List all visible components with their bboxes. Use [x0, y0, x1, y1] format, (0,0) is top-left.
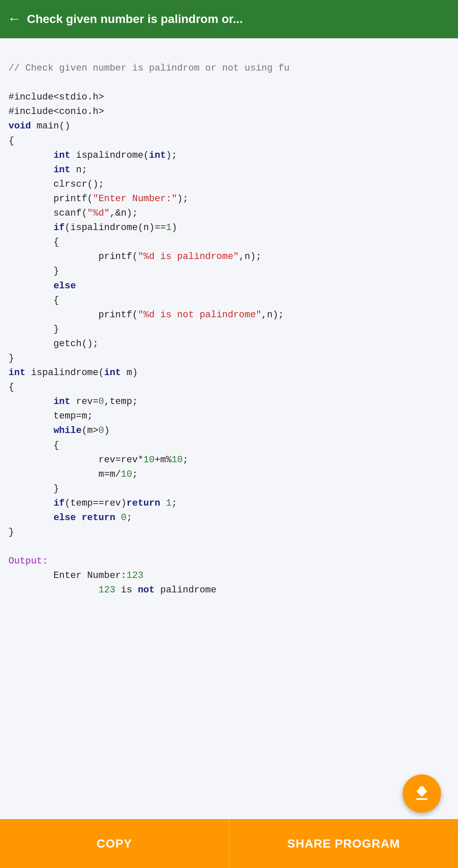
code-line: (m>: [82, 425, 99, 436]
share-label: SHARE PROGRAM: [287, 837, 400, 851]
code-container: // Check given number is palindrom or no…: [0, 38, 458, 868]
code-keyword-int3: int: [54, 165, 71, 175]
code-string4: "%d is not palindrome": [138, 310, 261, 320]
code-line: +m%: [155, 455, 172, 465]
code-line: #include<stdio.h> #include<conio.h>: [9, 92, 104, 117]
bottom-action-bar: COPY SHARE PROGRAM: [0, 819, 458, 868]
code-line: [76, 512, 81, 523]
code-block: // Check given number is palindrom or no…: [9, 47, 449, 612]
share-program-button[interactable]: SHARE PROGRAM: [229, 819, 458, 868]
back-icon[interactable]: ←: [10, 11, 18, 27]
code-line: ispalindrome(: [70, 150, 149, 161]
code-keyword-void: void: [9, 121, 31, 131]
code-line: { printf(: [9, 295, 138, 320]
code-keyword-while: while: [54, 425, 82, 436]
code-line: [115, 512, 121, 523]
code-keyword-if2: if: [54, 498, 65, 509]
page-title: Check given number is palindrom or...: [27, 12, 243, 26]
code-string2: "%d": [87, 208, 110, 219]
code-line: Enter Number:: [9, 570, 126, 581]
code-keyword-return2: return: [82, 512, 115, 523]
code-number5: 10: [172, 455, 183, 465]
code-line: [9, 585, 98, 595]
code-keyword-else1: else: [54, 281, 76, 291]
code-keyword-else2: else: [54, 512, 76, 523]
code-number3: 0: [98, 425, 104, 436]
code-line: palindrome: [155, 585, 216, 595]
code-keyword-return1: return: [126, 498, 160, 509]
code-comment: // Check given number is palindrom or no…: [9, 63, 289, 74]
app-header: ← Check given number is palindrom or...: [0, 0, 458, 38]
code-string3: "%d is palindrome": [138, 251, 239, 262]
code-keyword-if1: if: [54, 222, 65, 233]
code-line: ispalindrome(: [26, 367, 104, 378]
download-fab-button[interactable]: [403, 774, 441, 813]
code-keyword-int5: int: [104, 367, 121, 378]
output-number: 123: [126, 570, 143, 581]
code-number1: 1: [166, 222, 172, 233]
code-number4: 10: [143, 455, 155, 465]
code-line: (temp==rev): [65, 498, 126, 509]
code-line: [160, 498, 166, 509]
download-icon: [412, 784, 431, 803]
code-line: rev=: [70, 396, 98, 407]
copy-label: COPY: [97, 837, 132, 851]
copy-button[interactable]: COPY: [0, 819, 229, 868]
output-not-keyword: not: [138, 585, 155, 595]
code-keyword-int6: int: [54, 396, 71, 407]
output-label: Output:: [9, 556, 48, 566]
code-line: (ispalindrome(n)==: [65, 222, 166, 233]
code-number7: 1: [166, 498, 172, 509]
code-keyword-int4: int: [9, 367, 26, 378]
code-number6: 10: [121, 469, 132, 480]
output-result-number: 123: [98, 585, 115, 595]
code-number2: 0: [98, 396, 104, 407]
code-line: is: [115, 585, 138, 595]
code-string1: "Enter Number:": [93, 194, 177, 204]
code-number8: 0: [121, 512, 126, 523]
code-keyword-int2: int: [149, 150, 166, 161]
code-keyword-int1: int: [54, 150, 71, 161]
